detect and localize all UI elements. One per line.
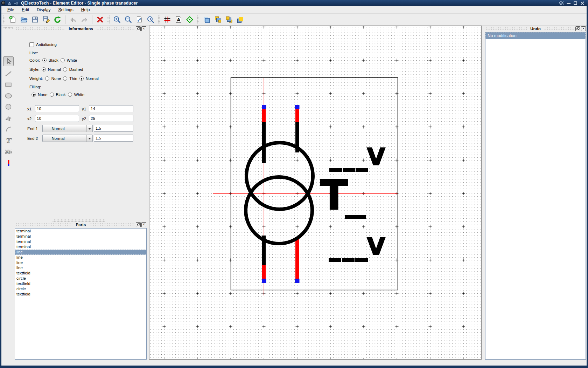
style-normal-radio[interactable]	[42, 67, 46, 71]
parts-list-item[interactable]: circle	[15, 286, 146, 292]
menu-help[interactable]: Help	[78, 7, 93, 13]
dashed-line-part[interactable]	[329, 258, 368, 262]
minimize-button[interactable]	[567, 3, 570, 4]
dock-close-button[interactable]: ×	[581, 26, 586, 31]
end1-combo[interactable]: —Normal	[42, 125, 93, 132]
zoom-fit-button[interactable]	[134, 15, 144, 25]
parts-list-item[interactable]: circle	[15, 276, 146, 281]
open-button[interactable]	[19, 15, 29, 25]
textfield-part-v-bottom[interactable]: V	[367, 233, 385, 260]
float-button[interactable]	[136, 222, 141, 227]
informations-titlebar[interactable]: Informations ×	[15, 26, 147, 32]
undo-list[interactable]: No modification	[485, 32, 586, 360]
bring-to-front-button[interactable]	[235, 15, 245, 25]
color-white-radio[interactable]	[61, 58, 65, 62]
undo-button[interactable]	[68, 15, 78, 25]
save-button[interactable]	[30, 15, 40, 25]
weight-none-radio[interactable]	[45, 76, 49, 81]
menu-file[interactable]: File	[4, 7, 17, 13]
tool-polygon[interactable]	[3, 114, 14, 123]
toolbar-handle[interactable]	[4, 27, 13, 29]
color-black-radio[interactable]	[42, 58, 47, 62]
terminal-part[interactable]	[295, 105, 300, 122]
parts-list[interactable]: terminalterminalterminalterminallineline…	[15, 228, 147, 360]
toolbar-handle[interactable]	[3, 15, 5, 24]
toolbar-handle[interactable]	[158, 15, 160, 24]
end1-size-field[interactable]	[94, 125, 133, 132]
delete-button[interactable]	[95, 15, 105, 25]
tool-line[interactable]	[3, 69, 14, 79]
y2-field[interactable]	[89, 115, 133, 122]
end2-size-field[interactable]	[94, 135, 133, 142]
x1-field[interactable]	[35, 105, 79, 112]
parts-list-item[interactable]: terminal	[15, 244, 146, 250]
parts-list-item[interactable]: line	[15, 265, 146, 271]
tool-terminal[interactable]	[3, 158, 14, 168]
maximize-button[interactable]	[574, 1, 577, 5]
menu-settings[interactable]: Settings	[55, 7, 76, 13]
menu-edit[interactable]: Edit	[19, 7, 32, 13]
new-element-button[interactable]	[8, 15, 18, 25]
weight-normal-radio[interactable]	[79, 76, 84, 81]
style-dashed-radio[interactable]	[63, 67, 67, 71]
parts-list-item[interactable]: terminal	[15, 229, 146, 234]
close-button[interactable]	[580, 1, 584, 5]
tool-ellipse[interactable]	[3, 91, 14, 101]
y1-field[interactable]	[89, 105, 133, 112]
parts-list-item[interactable]: textfield	[15, 281, 146, 286]
toolbar-handle[interactable]	[197, 15, 199, 24]
parts-list-item[interactable]: terminal	[15, 239, 146, 244]
tool-circle[interactable]	[3, 102, 14, 111]
x2-field[interactable]	[35, 115, 79, 122]
app-icon[interactable]	[1, 1, 5, 5]
save-as-button[interactable]	[41, 15, 51, 25]
parts-list-item[interactable]: textfield	[15, 292, 146, 297]
parts-list-item[interactable]: line	[15, 255, 146, 260]
lower-button[interactable]	[224, 15, 234, 25]
menu-display[interactable]: Display	[34, 7, 54, 13]
edit-names-button[interactable]: A	[174, 15, 183, 25]
raise-button[interactable]	[213, 15, 223, 25]
grid-axes-button[interactable]	[162, 15, 172, 25]
dock-splitter-handle[interactable]	[52, 219, 105, 222]
tool-arc[interactable]	[3, 124, 14, 134]
zoom-out-button[interactable]	[123, 15, 133, 25]
window-menu-icon[interactable]	[559, 1, 564, 5]
parts-list-item[interactable]: line	[15, 250, 146, 255]
end2-combo[interactable]: —Normal	[42, 135, 93, 142]
weight-thin-radio[interactable]	[63, 76, 67, 81]
tool-textfield[interactable]: ab	[3, 147, 14, 157]
antialiasing-checkbox[interactable]	[29, 42, 34, 47]
terminal-part[interactable]	[262, 105, 266, 122]
parts-list-item[interactable]: line	[15, 260, 146, 265]
copy-button[interactable]	[202, 15, 211, 25]
filling-black-radio[interactable]	[50, 93, 54, 97]
dash-part[interactable]	[345, 215, 366, 219]
element-canvas[interactable]: V T V	[149, 26, 482, 360]
terminal-part[interactable]	[262, 265, 266, 283]
float-button[interactable]	[136, 26, 141, 31]
redo-button[interactable]	[79, 15, 89, 25]
dock-close-button[interactable]: ×	[141, 222, 146, 227]
undo-list-item[interactable]: No modification	[485, 33, 586, 39]
parts-titlebar[interactable]: Parts ×	[15, 222, 147, 227]
zoom-1-1-button[interactable]: 1	[146, 15, 155, 25]
toolbar-handle[interactable]	[107, 15, 110, 24]
terminal-part[interactable]	[295, 265, 300, 283]
shade-icon[interactable]	[7, 1, 12, 5]
undo-titlebar[interactable]: Undo ×	[484, 26, 587, 32]
parts-list-item[interactable]: textfield	[15, 271, 146, 276]
reload-button[interactable]	[52, 15, 62, 25]
parts-list-item[interactable]: terminal	[15, 234, 146, 239]
textfield-part-t[interactable]: T	[320, 172, 348, 219]
zoom-in-button[interactable]	[112, 15, 122, 25]
pin-icon[interactable]	[14, 1, 18, 5]
filling-none-radio[interactable]	[31, 93, 36, 97]
tool-text[interactable]: T	[3, 136, 14, 146]
filling-white-radio[interactable]	[68, 93, 72, 97]
textfield-part-v-top[interactable]: V	[367, 143, 385, 170]
tool-rectangle[interactable]	[3, 80, 14, 89]
dock-close-button[interactable]: ×	[141, 26, 146, 31]
hotspot-button[interactable]	[185, 15, 195, 25]
float-button[interactable]	[575, 26, 580, 31]
